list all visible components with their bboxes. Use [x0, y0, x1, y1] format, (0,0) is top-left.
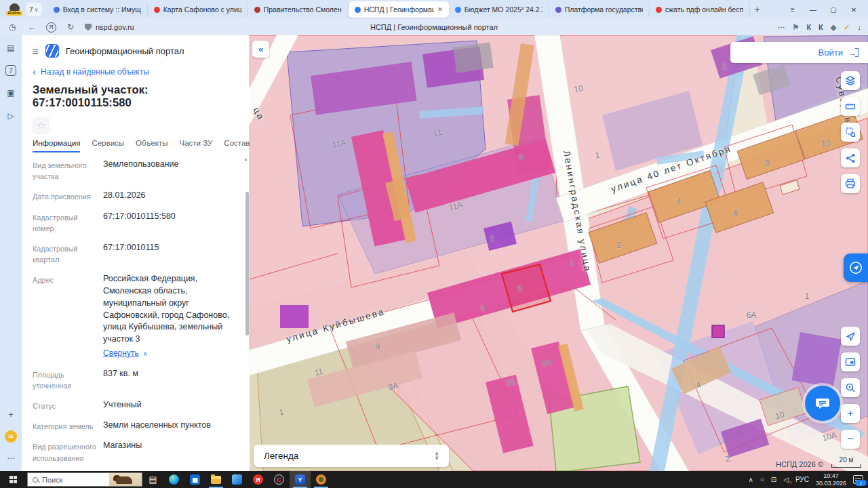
- attribute-row: Кадастровый квартал 67:17:0010115: [33, 242, 243, 265]
- extension-icon[interactable]: К: [818, 23, 823, 31]
- taskbar-clock[interactable]: 10:47 30.03.2026: [816, 472, 846, 487]
- taskbar-app-button[interactable]: [205, 471, 226, 488]
- browser-tab[interactable]: Правительство Смоленс ✕: [248, 1, 349, 18]
- extension-icon[interactable]: ◆: [831, 23, 836, 32]
- window-controls: ≡—▢✕: [784, 3, 868, 16]
- share-button[interactable]: [841, 148, 860, 167]
- map-login-bar[interactable]: Войти →: [730, 42, 868, 63]
- map-viewport[interactable]: улица 40 лет ОктябряЛенинградская улицау…: [250, 35, 868, 471]
- scroll-up-icon[interactable]: ▲: [243, 157, 248, 161]
- sidebar-strip-icon[interactable]: 7: [5, 65, 16, 76]
- extension-icon[interactable]: ↓: [858, 23, 862, 31]
- layers-button[interactable]: [841, 71, 860, 90]
- start-button[interactable]: [0, 471, 27, 488]
- taskbar-app-button[interactable]: [163, 471, 184, 488]
- sidebar-strip-icon[interactable]: ⋯: [5, 452, 17, 464]
- tab-counter[interactable]: 7 ∨: [26, 3, 42, 16]
- print-icon: [845, 178, 856, 189]
- nav-icons: ◷←Я↻: [7, 22, 76, 33]
- cadastral-map-svg[interactable]: [250, 35, 868, 471]
- nav-icon[interactable]: ↻: [65, 22, 76, 32]
- tab-close-icon[interactable]: ✕: [437, 6, 443, 13]
- new-tab-button[interactable]: +: [750, 2, 765, 17]
- panel-tab[interactable]: Части ЗУ: [180, 139, 213, 152]
- tray-icon[interactable]: ⊡: [771, 476, 776, 483]
- taskbar-app-button[interactable]: [226, 471, 248, 488]
- sidebar-strip-icon[interactable]: ▣: [5, 87, 17, 99]
- window-control-button[interactable]: ✕: [845, 3, 863, 16]
- attributes-list[interactable]: ▲ Вид земельного участка Землепользовани…: [22, 152, 250, 471]
- extension-icon[interactable]: ✓: [844, 23, 850, 32]
- language-indicator[interactable]: РУС: [795, 476, 809, 483]
- window-control-button[interactable]: —: [804, 3, 822, 16]
- search-placeholder: Поиск: [42, 476, 62, 484]
- sidebar-strip-icon[interactable]: ✉: [5, 430, 17, 443]
- taskbar-app-button[interactable]: Я: [248, 471, 269, 488]
- extension-icon[interactable]: ⋯: [778, 23, 785, 32]
- legend-selector[interactable]: Легенда ∧∨: [254, 445, 449, 467]
- browser-tab[interactable]: Бюджет МО 2025² 24.2.2 ✕: [449, 1, 549, 18]
- legend-label: Легенда: [264, 451, 298, 461]
- app-icon: C: [274, 474, 284, 485]
- extension-icon[interactable]: ⚑: [793, 23, 800, 32]
- nav-icon[interactable]: ←: [26, 22, 37, 32]
- panel-tab[interactable]: Объекты: [136, 139, 167, 152]
- overview-map-button[interactable]: [841, 352, 860, 371]
- nav-icon[interactable]: Я: [46, 22, 56, 33]
- tray-icon[interactable]: ◁: [783, 476, 789, 483]
- object-title: Земельный участок: 67:17:0010115:580: [22, 77, 250, 109]
- taskbar-app-button[interactable]: ▤: [142, 471, 163, 488]
- extension-icon[interactable]: К: [806, 23, 811, 31]
- sidebar-strip-icon[interactable]: +: [5, 409, 17, 421]
- panel-tab[interactable]: Информация: [33, 139, 80, 152]
- browser-tab[interactable]: Вход в систему :: Имуще ✕: [47, 1, 148, 18]
- panel-scrollbar[interactable]: [245, 192, 249, 336]
- back-link[interactable]: ‹ Назад в найденные объекты: [22, 60, 250, 77]
- url-box[interactable]: nspd.gov.ru: [85, 23, 134, 31]
- search-location-icon: [845, 382, 856, 393]
- favorite-star-button[interactable]: ☆: [33, 117, 50, 134]
- window-control-button[interactable]: ≡: [784, 3, 802, 16]
- app-icon: Y: [295, 474, 305, 485]
- profile-button[interactable]: Войти: [3, 3, 26, 16]
- attribute-label: Категория земель: [33, 420, 103, 432]
- taskbar-app-button[interactable]: C: [269, 471, 290, 488]
- chat-help-button[interactable]: [805, 386, 840, 421]
- notification-center-button[interactable]: 2: [853, 475, 863, 484]
- browser-tab[interactable]: НСПД | Геоинформаци ✕: [349, 1, 449, 18]
- attribute-row: Площадь уточненная 837 кв. м: [33, 368, 243, 391]
- geolocation-button[interactable]: [841, 327, 860, 346]
- mini-map-icon: [845, 357, 856, 367]
- attribute-value: 28.01.2026: [103, 190, 236, 202]
- browser-tab[interactable]: Карта Сафоново с улица ✕: [148, 1, 248, 18]
- browser-tab[interactable]: Платформа государстве ✕: [549, 1, 650, 18]
- select-area-button[interactable]: [841, 123, 860, 142]
- share-icon: [846, 153, 856, 163]
- taskbar-app-button[interactable]: [311, 471, 332, 488]
- nspd-logo: [45, 44, 59, 58]
- tab-title: Вход в систему :: Имуще: [63, 5, 141, 14]
- measure-button[interactable]: [841, 97, 860, 116]
- app-icon: [232, 474, 242, 485]
- zoom-in-button[interactable]: +: [841, 404, 860, 423]
- nav-icon[interactable]: ◷: [7, 22, 18, 32]
- print-button[interactable]: [841, 174, 860, 193]
- zoom-out-button[interactable]: −: [841, 430, 860, 449]
- hamburger-menu-icon[interactable]: ≡: [33, 45, 39, 57]
- tray-icon[interactable]: ○: [760, 476, 764, 483]
- browser-tab[interactable]: сжать пдф онлайн беспл ✕: [650, 1, 750, 18]
- feedback-widget-badge[interactable]: [844, 253, 868, 282]
- sidebar-strip-icon[interactable]: ▷: [5, 110, 17, 122]
- panel-tab[interactable]: Сервисы: [92, 139, 124, 152]
- window-control-button[interactable]: ▢: [825, 3, 842, 16]
- taskbar-search[interactable]: Поиск: [27, 472, 142, 487]
- tray-icon[interactable]: ∧: [748, 476, 753, 483]
- taskbar-app-button[interactable]: Y: [290, 471, 311, 488]
- search-on-map-button[interactable]: [841, 378, 860, 397]
- panel-collapse-button[interactable]: «: [252, 41, 269, 58]
- collapse-link[interactable]: Свернуть: [103, 348, 139, 359]
- panel-tab[interactable]: Состав: [224, 139, 250, 152]
- sidebar-strip-icon[interactable]: ▤: [5, 42, 17, 54]
- panel-tabs: ИнформацияСервисыОбъектыЧасти ЗУСостав ›: [22, 136, 250, 152]
- taskbar-app-button[interactable]: ▦: [184, 471, 205, 488]
